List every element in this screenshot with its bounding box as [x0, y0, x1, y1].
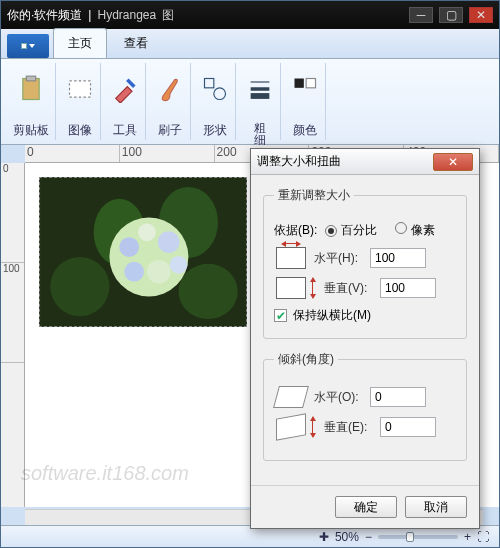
svg-point-16 — [119, 237, 139, 257]
dialog-title: 调整大小和扭曲 — [257, 153, 433, 170]
svg-point-21 — [138, 223, 156, 241]
svg-rect-2 — [70, 81, 91, 97]
clipboard-label: 剪贴板 — [13, 122, 49, 138]
skew-h-input[interactable] — [370, 387, 426, 407]
thickness-icon — [246, 65, 274, 113]
app-menu-button[interactable] — [7, 34, 49, 58]
skew-legend: 倾斜(角度) — [274, 351, 338, 368]
horizontal-row: 水平(H): — [276, 247, 456, 269]
shapes-label: 形状 — [203, 122, 227, 138]
add-button[interactable]: ✚ — [319, 530, 329, 544]
image-icon — [66, 65, 94, 113]
dialog-close-button[interactable]: ✕ — [433, 153, 473, 171]
svg-rect-9 — [306, 79, 315, 88]
skew-v-label: 垂直(E): — [324, 419, 372, 436]
resize-legend: 重新调整大小 — [274, 187, 354, 204]
skew-v-icon — [276, 413, 306, 440]
photo-selection[interactable] — [39, 177, 247, 327]
svg-point-20 — [170, 256, 188, 274]
svg-point-19 — [124, 262, 144, 282]
ok-button[interactable]: 确定 — [335, 496, 397, 518]
tab-home[interactable]: 主页 — [53, 28, 107, 58]
zoom-in[interactable]: + — [464, 530, 471, 544]
group-image[interactable]: 图像 — [60, 63, 101, 140]
vertical-input[interactable] — [380, 278, 436, 298]
skew-h-label: 水平(O): — [314, 389, 362, 406]
tab-home-label: 主页 — [68, 36, 92, 50]
ribbon: 剪贴板 图像 工具 刷子 形状 粗 细 颜色 — [1, 59, 499, 145]
image-label: 图像 — [68, 122, 92, 138]
h-label: 水平(H): — [314, 250, 362, 267]
aspect-label: 保持纵横比(M) — [293, 307, 371, 324]
horizontal-input[interactable] — [370, 248, 426, 268]
horizontal-icon — [276, 247, 306, 269]
radio-pixel-dot — [395, 222, 407, 234]
minimize-button[interactable]: ─ — [409, 7, 433, 23]
vertical-row: 垂直(V): — [276, 277, 456, 299]
svg-rect-3 — [205, 79, 214, 88]
group-color[interactable]: 颜色 — [285, 63, 326, 140]
svg-rect-1 — [26, 76, 35, 81]
group-tools[interactable]: 工具 — [105, 63, 146, 140]
v-label: 垂直(V): — [324, 280, 372, 297]
dialog-titlebar[interactable]: 调整大小和扭曲 ✕ — [251, 149, 479, 175]
tools-label: 工具 — [113, 122, 137, 138]
skew-h-row: 水平(O): — [276, 386, 456, 408]
vertical-arrow-icon — [310, 277, 316, 299]
svg-rect-8 — [295, 79, 304, 88]
brand-text: 你的·软件频道 — [7, 7, 82, 24]
zoom-text: 50% — [335, 530, 359, 544]
svg-rect-0 — [23, 79, 39, 100]
color-icon — [291, 65, 319, 113]
tab-view[interactable]: 查看 — [109, 28, 163, 58]
dialog-buttons: 确定 取消 — [251, 485, 479, 528]
vertical-icon — [276, 277, 306, 299]
color-label: 颜色 — [293, 122, 317, 138]
close-button[interactable]: ✕ — [469, 7, 493, 23]
skew-h-icon — [273, 386, 309, 408]
radio-percent[interactable]: 百分比 — [325, 222, 377, 239]
radio-percent-dot — [325, 225, 337, 237]
skew-v-arrow-icon — [310, 416, 316, 438]
dialog-body: 重新调整大小 依据(B): 百分比 像素 水平(H): 垂直(V): ✔ — [251, 175, 479, 485]
tab-view-label: 查看 — [124, 36, 148, 50]
group-brush[interactable]: 刷子 — [150, 63, 191, 140]
aspect-row[interactable]: ✔ 保持纵横比(M) — [274, 307, 456, 324]
title-sep: | — [88, 8, 91, 22]
basis-row: 依据(B): 百分比 像素 — [274, 222, 456, 239]
tools-icon — [111, 65, 139, 113]
group-shapes[interactable]: 形状 — [195, 63, 236, 140]
svg-point-18 — [147, 260, 171, 284]
thickness-label: 粗 细 — [254, 122, 266, 138]
maximize-button[interactable]: ▢ — [439, 7, 463, 23]
ruler-vertical: 0 100 — [1, 163, 25, 507]
skew-v-input[interactable] — [380, 417, 436, 437]
filename-text: Hydrangea — [97, 8, 156, 22]
resize-fieldset: 重新调整大小 依据(B): 百分比 像素 水平(H): 垂直(V): ✔ — [263, 187, 467, 339]
group-clipboard[interactable]: 剪贴板 — [7, 63, 56, 140]
clipboard-icon — [17, 65, 45, 113]
resize-dialog: 调整大小和扭曲 ✕ 重新调整大小 依据(B): 百分比 像素 水平(H): 垂直… — [250, 148, 480, 529]
filename-suffix: 图 — [162, 7, 174, 24]
fullscreen-button[interactable]: ⛶ — [477, 530, 489, 544]
radio-pixel[interactable]: 像素 — [395, 222, 435, 239]
cancel-button[interactable]: 取消 — [405, 496, 467, 518]
skew-v-row: 垂直(E): — [276, 416, 456, 438]
group-thickness[interactable]: 粗 细 — [240, 63, 281, 140]
svg-point-4 — [214, 88, 226, 100]
svg-point-14 — [179, 264, 238, 319]
zoom-out[interactable]: − — [365, 530, 372, 544]
svg-point-13 — [50, 257, 109, 316]
brush-label: 刷子 — [158, 122, 182, 138]
shapes-icon — [201, 65, 229, 113]
skew-fieldset: 倾斜(角度) 水平(O): 垂直(E): — [263, 351, 467, 461]
ribbon-tabs: 主页 查看 — [1, 29, 499, 59]
brush-icon — [156, 65, 184, 113]
svg-point-17 — [158, 231, 180, 253]
zoom-thumb[interactable] — [406, 532, 414, 542]
titlebar: 你的·软件频道 | Hydrangea 图 ─ ▢ ✕ — [1, 1, 499, 29]
zoom-slider[interactable] — [378, 535, 458, 539]
hydrangea-image — [40, 178, 246, 326]
basis-label: 依据(B): — [274, 222, 317, 239]
aspect-checkbox[interactable]: ✔ — [274, 309, 287, 322]
